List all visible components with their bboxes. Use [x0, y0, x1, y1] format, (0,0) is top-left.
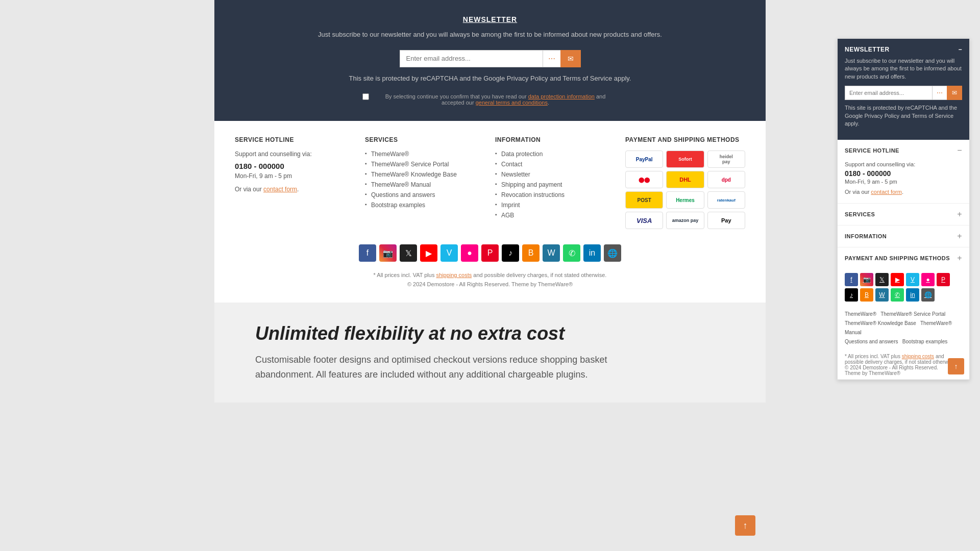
sidebar-globe-icon[interactable]: 🌐	[921, 288, 935, 302]
sidebar-link-service-portal[interactable]: ThemeWare® Service Portal	[880, 311, 945, 317]
sidebar-support-text: Support and counselling via:	[845, 161, 962, 167]
terms-link[interactable]: general terms and conditions	[476, 99, 548, 106]
list-item: ThemeWare®	[365, 151, 485, 158]
newsletter-consent-checkbox[interactable]	[362, 93, 369, 100]
sidebar-newsletter-header: NEWSLETTER −	[845, 46, 962, 53]
sidebar-hotline-title: SERVICE HOTLINE	[845, 147, 899, 154]
data-protection-link[interactable]: data protection information	[528, 93, 595, 99]
payment-dhl: DHL	[666, 171, 704, 188]
newsletter-consent-text: By selecting continue you confirm that y…	[373, 93, 618, 106]
sidebar-youtube-icon[interactable]: ▶	[891, 273, 904, 286]
wordpress-icon[interactable]: W	[543, 244, 560, 262]
list-item: Questions and answers	[365, 191, 485, 198]
sidebar-payment-plus-icon: +	[957, 254, 962, 263]
list-item: Shipping and payment	[495, 181, 615, 188]
footer-copyright: © 2024 Demostore - All Rights Reserved. …	[235, 281, 745, 287]
whatsapp-icon[interactable]: ✆	[563, 244, 580, 262]
newsletter-section: NEWSLETTER Just subscribe to our newslet…	[214, 0, 766, 121]
sidebar-linkedin-icon[interactable]: in	[906, 288, 919, 302]
sidebar-newsletter-minus[interactable]: −	[958, 46, 962, 53]
newsletter-description: Just subscribe to our newsletter and you…	[225, 30, 755, 40]
sidebar-instagram-icon[interactable]: 📷	[860, 273, 873, 286]
sidebar-contact-link[interactable]: contact form	[871, 189, 902, 195]
payment-applepay: Pay	[707, 212, 745, 229]
list-item: Imprint	[495, 202, 615, 209]
footer-columns: SERVICE HOTLINE Support and counselling …	[235, 136, 745, 229]
newsletter-title: NEWSLETTER	[225, 15, 755, 23]
payment-swisspost: POST	[625, 191, 663, 209]
sidebar-submit-button[interactable]: ✉	[947, 86, 962, 100]
sidebar-twitter-icon[interactable]: 𝕏	[875, 273, 889, 286]
list-item: AGB	[495, 212, 615, 219]
sidebar-tiktok-icon[interactable]: ♪	[845, 288, 858, 302]
list-item: Data protection	[495, 151, 615, 158]
sidebar-wordpress-icon[interactable]: W	[875, 288, 889, 302]
list-item: ThemeWare® Service Portal	[365, 161, 485, 168]
footer-section: SERVICE HOTLINE Support and counselling …	[214, 121, 766, 303]
bottom-heading: Unlimited flexibility at no extra cost	[255, 323, 725, 344]
sidebar-hotline-header[interactable]: SERVICE HOTLINE −	[838, 140, 969, 161]
dots-icon: ⋯	[548, 55, 555, 63]
sidebar-link-qa[interactable]: Questions and answers	[845, 339, 898, 344]
sidebar-dots-button[interactable]: ⋯	[932, 86, 947, 100]
sidebar-payment-header[interactable]: PAYMENT AND SHIPPING METHODS +	[838, 247, 969, 269]
tiktok-icon[interactable]: ♪	[502, 244, 519, 262]
sidebar-email-input[interactable]	[845, 86, 932, 100]
sidebar-flickr-icon[interactable]: ●	[921, 273, 935, 286]
sidebar-services-plus-icon: +	[957, 210, 962, 219]
sidebar-newsletter: NEWSLETTER − Just subscribe to our newsl…	[838, 39, 969, 140]
footer-col-information: INFORMATION Data protection Contact News…	[495, 136, 615, 229]
newsletter-submit-button[interactable]: ✉	[560, 50, 581, 67]
services-list: ThemeWare® ThemeWare® Service Portal The…	[365, 151, 485, 209]
send-icon: ✉	[568, 55, 574, 63]
hotline-phone: 0180 - 000000	[235, 162, 355, 170]
hotline-title: SERVICE HOTLINE	[235, 136, 355, 143]
sidebar-facebook-icon[interactable]: f	[845, 273, 858, 286]
sidebar-link-themeware[interactable]: ThemeWare®	[845, 311, 876, 317]
payment-sofort: Sofort	[666, 151, 704, 168]
footer-vat-note: * All prices incl. VAT plus shipping cos…	[235, 272, 745, 278]
hotline-contact-text: Or via our contact form.	[235, 186, 355, 193]
shipping-costs-link[interactable]: shipping costs	[436, 272, 472, 278]
twitter-icon[interactable]: 𝕏	[400, 244, 417, 262]
list-item: ThemeWare® Knowledge Base	[365, 171, 485, 178]
sidebar-link-knowledge-base[interactable]: ThemeWare® Knowledge Base	[845, 320, 916, 326]
sidebar-contact-row: Or via our contact form.	[845, 189, 962, 195]
flickr-icon[interactable]: ●	[461, 244, 478, 262]
sidebar-whatsapp-icon[interactable]: ✆	[891, 288, 904, 302]
newsletter-dots-button[interactable]: ⋯	[543, 50, 560, 67]
bottom-content-section: Unlimited flexibility at no extra cost C…	[214, 303, 766, 403]
facebook-icon[interactable]: f	[359, 244, 376, 262]
instagram-icon[interactable]: 📷	[379, 244, 397, 262]
footer-col-services: SERVICES ThemeWare® ThemeWare® Service P…	[365, 136, 485, 229]
sidebar-blogger-icon[interactable]: B	[860, 288, 873, 302]
sidebar-information-header[interactable]: INFORMATION +	[838, 226, 969, 247]
newsletter-recaptcha-text: This site is protected by reCAPTCHA and …	[225, 73, 755, 84]
sidebar-link-bootstrap[interactable]: Bootstrap examples	[902, 339, 947, 344]
vimeo-icon[interactable]: V	[440, 244, 458, 262]
scroll-to-top-button[interactable]: ↑	[735, 515, 755, 536]
information-list: Data protection Contact Newsletter Shipp…	[495, 151, 615, 219]
services-title: SERVICES	[365, 136, 485, 143]
footer-col-payment: PAYMENT AND SHIPPING METHODS PayPal Sofo…	[625, 136, 745, 229]
sidebar-scroll-top-button[interactable]: ↑	[948, 358, 964, 374]
sidebar-phone: 0180 - 000000	[845, 169, 962, 178]
linkedin-icon[interactable]: in	[583, 244, 601, 262]
sidebar-pinterest-icon[interactable]: P	[937, 273, 950, 286]
sidebar-services-header[interactable]: SERVICES +	[838, 204, 969, 225]
pinterest-icon[interactable]: P	[481, 244, 499, 262]
hotline-contact-link[interactable]: contact form	[263, 186, 297, 193]
newsletter-email-input[interactable]	[400, 50, 543, 67]
sidebar-payment-title: PAYMENT AND SHIPPING METHODS	[845, 255, 950, 261]
sidebar-services-title: SERVICES	[845, 211, 875, 217]
bottom-description: Customisable footer designs and optimise…	[255, 353, 628, 382]
sidebar-panel: NEWSLETTER − Just subscribe to our newsl…	[837, 38, 970, 380]
sidebar-vimeo-icon[interactable]: V	[906, 273, 919, 286]
youtube-icon[interactable]: ▶	[420, 244, 437, 262]
sidebar-shipping-link[interactable]: shipping costs	[902, 354, 934, 359]
blogger-icon[interactable]: B	[522, 244, 540, 262]
payment-hermes: Hermes	[666, 191, 704, 209]
sidebar-services-section: SERVICES +	[838, 204, 969, 226]
globe-icon[interactable]: 🌐	[604, 244, 621, 262]
payment-mastercard: ⬤⬤	[625, 171, 663, 188]
